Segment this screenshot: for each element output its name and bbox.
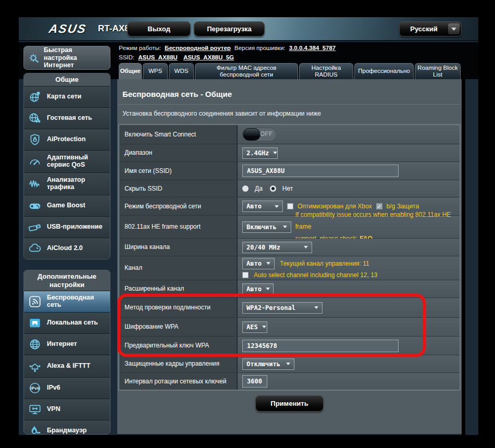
wpa-key-input[interactable]	[242, 340, 399, 352]
sidebar-item-label: Брандмауэр	[47, 427, 86, 434]
sidebar-item-qos[interactable]: Адаптивный сервис QoS	[24, 150, 110, 172]
sidebar-item-label: IPv6	[47, 384, 60, 392]
row-label: Предварительный ключ WPA	[119, 337, 238, 355]
firmware-version-link[interactable]: 3.0.0.4.384_5787	[289, 45, 336, 51]
reboot-button[interactable]: Перезагрузка	[194, 21, 265, 36]
table-row-smart-connect: Включить Smart Connect OFF	[119, 125, 460, 144]
tab-mac-filter[interactable]: Фильтр MAC адресов беспроводной сети	[195, 63, 298, 79]
tab-wds[interactable]: WDS	[169, 63, 194, 79]
network-map-icon	[27, 90, 43, 104]
rekey-interval-input[interactable]	[242, 375, 267, 388]
sidebar-item-alexa-ifttt[interactable]: Alexa & IFTTT	[24, 355, 110, 377]
dropdown-arrow-icon	[275, 205, 279, 208]
ssid-24g-link[interactable]: ASUS_AX88U	[138, 54, 177, 60]
dropdown-arrow-icon	[286, 363, 290, 365]
quick-internet-setup-button[interactable]: Быстрая настройка Интернет	[23, 46, 110, 70]
router-admin-panel: ASUS RT-AX88U Выход Перезагрузка Русский…	[19, 17, 478, 435]
selected-value: 2.4GHz	[246, 150, 269, 157]
sidebar-item-label: Локальная сеть	[47, 319, 98, 327]
sidebar-item-label: AiCloud 2.0	[47, 245, 83, 252]
ssid-input[interactable]	[242, 165, 399, 177]
tab-bar: Общие WPS WDS Фильтр MAC адресов беспров…	[119, 63, 461, 79]
pmf-select[interactable]: Отключить	[242, 358, 294, 370]
tab-professional[interactable]: Профессионально	[354, 63, 414, 79]
sidebar-item-usb-application[interactable]: USB-приложение	[24, 216, 110, 238]
sidebar-item-label: AiProtection	[47, 136, 85, 143]
band-select[interactable]: 2.4GHz	[242, 147, 278, 159]
tab-radius[interactable]: Настройка RADIUS	[299, 63, 353, 79]
he-frame-select[interactable]: Включить	[242, 221, 291, 233]
globe-icon	[27, 338, 43, 351]
radio-label: Нет	[282, 185, 293, 192]
auto-select-channel-checkbox[interactable]	[242, 272, 249, 278]
firmware-label: Версия прошивки:	[234, 45, 286, 51]
tab-wps[interactable]: WPS	[143, 63, 168, 79]
sidebar-item-aiprotection[interactable]: AiProtection	[24, 129, 110, 150]
sidebar-item-game-boost[interactable]: Game Boost	[24, 195, 110, 216]
toggle-knob	[243, 128, 261, 141]
row-label: Диапазон	[119, 144, 238, 161]
sidebar-item-aicloud[interactable]: AiCloud 2.0	[24, 238, 110, 259]
note-line-1: If compatibility issue occurs when enabl…	[295, 211, 451, 230]
wireless-mode-select[interactable]: Авто	[242, 201, 283, 212]
operation-mode-link[interactable]: Беспроводной роутер	[165, 45, 231, 51]
sidebar-item-ipv6[interactable]: IPv6 IPv6	[24, 377, 110, 399]
sidebar-item-label: Game Boost	[47, 202, 85, 209]
mode-label: Режим работы:	[119, 45, 161, 51]
row-label: 802.11ax HE frame support	[119, 216, 238, 238]
sidebar-item-firewall[interactable]: Брандмауэр	[24, 420, 110, 434]
row-label: Режим беспроводной сети	[119, 197, 238, 215]
xbox-optimized-checkbox[interactable]	[287, 203, 293, 209]
sidebar-item-network-map[interactable]: Карта сети	[24, 86, 110, 107]
sidebar-item-label: USB-приложение	[47, 223, 103, 231]
smart-home-icon	[27, 359, 43, 373]
sidebar-item-label: Карта сети	[47, 93, 81, 101]
apply-button[interactable]: Применить	[255, 395, 323, 412]
row-label: Канал	[119, 256, 238, 280]
table-row-he-frame: 802.11ax HE frame support Включить If co…	[119, 216, 460, 239]
sidebar-item-label: Alexa & IFTTT	[47, 363, 90, 370]
channel-width-select[interactable]: 20/40 MHz	[242, 242, 312, 253]
table-row-wpa-key: Предварительный ключ WPA	[119, 337, 460, 355]
channel-select[interactable]: Авто	[242, 258, 275, 269]
row-label: Защищенные кадры управления	[119, 355, 238, 372]
table-row-channel: Канал Авто Текущий канал управления: 11 …	[119, 256, 460, 280]
smart-connect-toggle[interactable]: OFF	[242, 128, 277, 141]
table-row-band: Диапазон 2.4GHz	[119, 144, 460, 162]
tab-roaming-block-list[interactable]: Roaming Block List	[415, 63, 461, 79]
logout-button[interactable]: Выход	[127, 21, 191, 36]
guest-network-icon	[27, 111, 43, 125]
hide-ssid-no-radio[interactable]	[270, 185, 276, 192]
sidebar-item-lan[interactable]: Локальная сеть	[24, 312, 110, 333]
selected-value: 20/40 MHz	[246, 244, 280, 251]
hide-ssid-yes-radio[interactable]	[242, 185, 249, 192]
sidebar-item-wireless[interactable]: Беспроводная сеть	[24, 291, 110, 312]
ipv6-icon: IPv6	[27, 381, 43, 395]
wpa-encryption-select[interactable]: AES	[242, 321, 267, 333]
sidebar-item-vpn[interactable]: VPN	[24, 399, 110, 420]
selected-value: Включить	[246, 223, 277, 231]
tab-general[interactable]: Общие	[119, 63, 142, 79]
sidebar-item-guest-network[interactable]: Гостевая сеть	[24, 107, 110, 129]
cloud-icon	[27, 242, 43, 255]
extension-channel-select[interactable]: Авто	[242, 283, 274, 295]
table-row-channel-width: Ширина канала 20/40 MHz	[119, 239, 460, 256]
dropdown-arrow-icon	[273, 152, 277, 154]
page-title: Беспроводная сеть - Общие	[122, 90, 456, 98]
gamepad-icon	[27, 199, 43, 213]
ssid-5g-link[interactable]: ASUS_AX88U_5G	[183, 54, 234, 60]
sidebar-item-label: Адаптивный сервис QoS	[47, 154, 107, 169]
content-edge-shadow	[462, 79, 465, 435]
asus-logo: ASUS	[48, 22, 88, 36]
settings-table: Включить Smart Connect OFF Диапазон 2.4G…	[118, 124, 461, 391]
top-header: ASUS RT-AX88U Выход Перезагрузка Русский	[19, 17, 478, 41]
sidebar-item-traffic-analyzer[interactable]: Анализатор трафика	[24, 172, 110, 195]
current-channel-note: Текущий канал управления: 11	[280, 260, 369, 267]
bg-protection-checkbox[interactable]: ✓	[376, 203, 382, 209]
sidebar-item-wan[interactable]: Интернет	[24, 333, 110, 355]
language-selector[interactable]: Русский	[399, 21, 462, 36]
chevron-down-icon	[448, 23, 460, 34]
row-label: Интервал ротации сетевых ключей	[119, 373, 238, 390]
auth-method-select[interactable]: WPA2-Personal	[242, 302, 323, 314]
sidebar-group-general: Общие Карта сети Гостевая сеть	[23, 73, 110, 259]
